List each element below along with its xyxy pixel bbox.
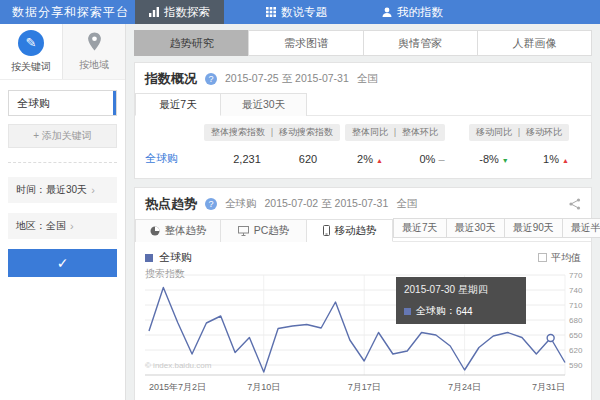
range-button-30d[interactable]: 最近30天 [446, 219, 504, 237]
overview-title: 指数概况 [145, 70, 197, 88]
tab-label: PC趋势 [254, 224, 290, 238]
region-filter-row[interactable]: 地区：全国 [8, 213, 117, 239]
time-filter-row[interactable]: 时间：最近30天 [8, 177, 117, 203]
svg-text:740: 740 [569, 286, 583, 295]
overall-mom: 0% – [407, 153, 457, 165]
value: -8% [479, 153, 499, 165]
checkbox-unchecked-icon[interactable] [538, 253, 547, 262]
tab-sentiment[interactable]: 舆情管家 [363, 30, 478, 56]
chevron-right-icon [91, 184, 95, 196]
mobile-yoy: -8% ▼ [457, 153, 531, 165]
bar-chart-icon [149, 7, 159, 17]
main-content: 趋势研究 需求图谱 舆情管家 人群画像 指数概况 2015-07-25 至 20… [126, 24, 600, 400]
region-filter-label: 地区：全国 [16, 219, 66, 233]
tab-last-7-days[interactable]: 最近7天 [135, 93, 221, 116]
table-row: 全球购 2,231 620 2% ▲ 0% – -8% ▼ 1% ▲ [135, 141, 591, 178]
tab-trend-research[interactable]: 趋势研究 [134, 30, 249, 56]
column-header: 整体搜索指数 ｜ 移动搜索指数 [204, 124, 340, 141]
trend-type-tabs: 整体趋势 PC趋势 移动趋势 最近7天 最近30天 最近90天 最近半年 全部 [135, 218, 591, 242]
keyword-value: 全球购 [17, 97, 50, 109]
arrow-up-icon: ▲ [376, 157, 383, 164]
tooltip-series-name: 全球购： [416, 304, 456, 318]
x-axis-label: 7月17日 [348, 381, 381, 394]
mode-tab-label: 按关键词 [11, 60, 51, 74]
tooltip-value: 644 [456, 306, 473, 317]
keyword-link[interactable]: 全球购 [145, 151, 211, 166]
nav-tab-label: 数说专题 [281, 5, 327, 20]
mobile-search-index: 620 [283, 153, 333, 165]
tab-label: 最近30天 [242, 98, 285, 112]
range-button-90d[interactable]: 最近90天 [504, 219, 562, 237]
sidebar-mode-tabs: ✎ 按关键词 按地域 [0, 24, 125, 80]
column-header: 整体同比 ｜ 整体环比 [345, 124, 445, 141]
pencil-circle-icon: ✎ [18, 30, 44, 56]
range-button-half-year[interactable]: 最近半年 [562, 219, 600, 237]
flat-dash-icon: – [438, 153, 444, 165]
nav-tab-my-index[interactable]: 我的指数 [368, 0, 457, 24]
svg-text:710: 710 [569, 301, 583, 310]
trend-region: 全国 [396, 197, 417, 211]
overview-date-range: 2015-07-25 至 2015-07-31 [225, 72, 349, 86]
hot-trend-card: 热点趋势 全球购 2015-07-02 至 2015-07-31 全国 整体趋势… [134, 187, 592, 400]
pie-icon [150, 226, 160, 236]
chart-tooltip: 2015-07-30 星期四 全球购： 644 [396, 277, 526, 324]
value: 2% [357, 153, 373, 165]
help-icon[interactable] [205, 73, 217, 85]
overall-yoy: 2% ▲ [333, 153, 407, 165]
x-axis-labels: 2015年7月2日7月10日7月17日7月24日7月31日 [145, 381, 591, 395]
share-icon[interactable] [569, 198, 581, 210]
keyword-accent-bar [113, 91, 116, 115]
top-navbar: 数据分享和探索平台 指数探索 数说专题 我的指数 [0, 0, 600, 24]
overview-region: 全国 [357, 72, 378, 86]
mode-tab-label: 按地域 [79, 58, 109, 72]
value: 1% [543, 153, 559, 165]
column-header: 移动同比 ｜ 移动环比 [469, 124, 569, 141]
tab-label: 舆情管家 [398, 36, 442, 51]
mode-tab-by-region[interactable]: 按地域 [62, 24, 125, 79]
help-icon[interactable] [205, 198, 217, 210]
monitor-icon [238, 226, 249, 236]
tab-overall-trend[interactable]: 整体趋势 [135, 219, 221, 242]
trend-range-buttons: 最近7天 最近30天 最近90天 最近半年 全部 [393, 218, 600, 238]
trend-chart: 搜索指数 770740710680650620590 © index.baidu… [145, 267, 591, 399]
trend-keyword: 全球购 [225, 197, 257, 211]
confirm-button[interactable]: ✓ [8, 249, 117, 277]
tab-audience[interactable]: 人群画像 [477, 30, 592, 56]
tab-demand-map[interactable]: 需求图谱 [248, 30, 363, 56]
legend-square-icon [145, 254, 153, 262]
trend-date-range: 2015-07-02 至 2015-07-31 [265, 197, 389, 211]
grid-icon [266, 7, 276, 17]
x-axis-label: 2015年7月2日 [149, 381, 206, 394]
nav-tab-data-topics[interactable]: 数说专题 [252, 0, 341, 24]
value: 0% [419, 153, 435, 165]
trend-title: 热点趋势 [145, 195, 197, 213]
check-icon: ✓ [57, 255, 69, 271]
overview-column-headers: 整体搜索指数 ｜ 移动搜索指数 整体同比 ｜ 整体环比 移动同比 ｜ 移动环比 [135, 124, 591, 141]
range-button-7d[interactable]: 最近7天 [394, 219, 446, 237]
average-toggle[interactable]: 平均值 [538, 251, 581, 265]
tab-label: 整体趋势 [165, 224, 207, 238]
add-keyword-button[interactable]: + 添加关键词 [8, 124, 117, 148]
chart-legend-row: 全球购 平均值 [135, 242, 591, 267]
tab-last-30-days[interactable]: 最近30天 [221, 93, 307, 116]
user-icon [382, 7, 392, 17]
legend-label: 全球购 [159, 250, 192, 265]
keyword-input[interactable]: 全球购 [8, 90, 117, 116]
chevron-right-icon [70, 220, 74, 232]
x-axis-label: 7月10日 [247, 381, 280, 394]
map-pin-icon [86, 32, 103, 54]
mode-tab-by-keyword[interactable]: ✎ 按关键词 [0, 24, 62, 79]
index-overview-card: 指数概况 2015-07-25 至 2015-07-31 全国 最近7天 最近3… [134, 62, 592, 179]
tooltip-date: 2015-07-30 星期四 [404, 283, 518, 297]
watermark: © index.baidu.com [145, 361, 211, 370]
tooltip-series-square-icon [404, 308, 411, 315]
tab-pc-trend[interactable]: PC趋势 [221, 219, 307, 242]
nav-tab-label: 我的指数 [397, 5, 443, 20]
svg-text:650: 650 [569, 331, 583, 340]
tab-mobile-trend[interactable]: 移动趋势 [307, 219, 393, 242]
tab-label: 趋势研究 [170, 36, 214, 51]
mobile-mom: 1% ▲ [531, 153, 581, 165]
x-axis-label: 7月31日 [532, 381, 565, 394]
nav-tab-index-explore[interactable]: 指数探索 [135, 0, 224, 24]
smartphone-icon [323, 225, 330, 236]
